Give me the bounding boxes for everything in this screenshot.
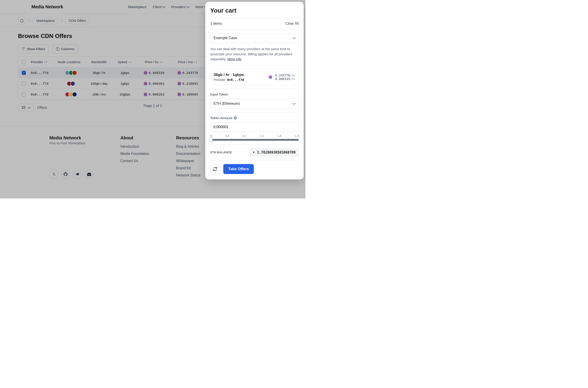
help-icon[interactable]: ?: [234, 116, 237, 120]
ethereum-icon: ♦: [253, 150, 255, 154]
cart-info-text: You can deal with many providers at the …: [210, 47, 299, 62]
token-icon: [269, 75, 272, 79]
token-amount-slider[interactable]: [210, 139, 299, 141]
slider-ticks: 00.40.71.11.41.8: [210, 134, 299, 138]
cart-panel: Your cart 1 items Clear All Example Case…: [205, 2, 304, 179]
clear-all-button[interactable]: Clear All: [285, 22, 299, 26]
cart-item-prices: 0.243778/mo 0.000339/ho: [275, 73, 295, 81]
balance-label: ETH BALANCE: [210, 151, 232, 154]
cart-item-provider: Provider: 0×8...f7d: [214, 78, 244, 82]
refresh-icon: [213, 167, 218, 171]
chevron-down-icon: [293, 101, 296, 104]
example-case-select[interactable]: Example Case: [210, 33, 299, 43]
cart-item: 36gb / hr · 1gbps Provider: 0×8...f7d 0.…: [210, 69, 299, 85]
cart-title: Your cart: [210, 7, 299, 14]
token-amount-label: Token Amount ?: [210, 116, 299, 120]
example-case-label: Example Case: [214, 36, 237, 40]
chevron-down-icon: [293, 36, 296, 39]
take-offers-button[interactable]: Take Offers: [223, 164, 254, 174]
input-token-label: Input Token: [210, 92, 299, 97]
more-info-link[interactable]: More info: [227, 57, 241, 61]
refresh-button[interactable]: [210, 164, 220, 174]
token-amount-input[interactable]: [210, 122, 299, 132]
balance-value-box: ♦ 1.78286938501060789: [250, 148, 299, 157]
cart-items-count: 1 items: [210, 22, 222, 26]
input-token-value: ETH (Ethereum): [214, 102, 240, 106]
input-token-select[interactable]: ETH (Ethereum): [210, 99, 299, 109]
slider-thumb[interactable]: [210, 138, 213, 142]
balance-value: 1.78286938501060789: [257, 150, 296, 154]
cart-item-title: 36gb / hr · 1gbps: [214, 73, 244, 77]
